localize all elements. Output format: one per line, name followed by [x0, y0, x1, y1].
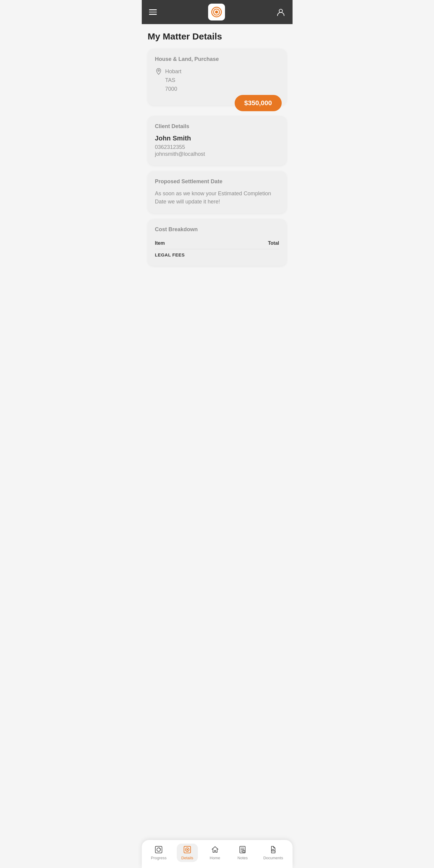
svg-point-9: [187, 849, 188, 850]
client-email: johnsmith@localhost: [155, 151, 279, 157]
bottom-nav: Progress Details Home Notes: [142, 840, 293, 868]
client-details-card: Client Details John Smith 0362312355 joh…: [148, 116, 287, 165]
cost-table: Item Total LEGAL FEES: [155, 238, 279, 258]
main-content: My Matter Details House & Land, Purchase…: [142, 24, 293, 868]
user-profile-button[interactable]: [276, 7, 285, 17]
nav-label-documents: Documents: [263, 856, 283, 860]
price-badge: $350,000: [235, 95, 282, 111]
notes-icon: [238, 845, 247, 854]
page-title: My Matter Details: [148, 31, 287, 41]
client-card-title: Client Details: [155, 123, 279, 130]
cost-breakdown-title: Cost Breakdown: [155, 226, 279, 233]
col-total: Total: [268, 241, 279, 246]
client-phone: 0362312355: [155, 144, 279, 150]
home-icon: [211, 845, 219, 854]
settlement-card: Proposed Settlement Date As soon as we k…: [148, 171, 287, 213]
app-header: [142, 0, 293, 24]
location-icon: [155, 68, 162, 75]
settlement-text: As soon as we know your Estimated Comple…: [155, 190, 279, 206]
client-name: John Smith: [155, 134, 279, 142]
svg-rect-5: [155, 846, 162, 853]
nav-label-notes: Notes: [237, 856, 248, 860]
progress-icon: [154, 845, 163, 854]
property-card-title: House & Land, Purchase: [155, 56, 279, 62]
details-icon: [183, 845, 192, 854]
settlement-card-title: Proposed Settlement Date: [155, 179, 279, 185]
nav-label-details: Details: [181, 856, 193, 860]
cost-table-header: Item Total: [155, 238, 279, 249]
menu-button[interactable]: [149, 9, 157, 15]
nav-item-details[interactable]: Details: [177, 844, 198, 862]
cost-category-legal: LEGAL FEES: [155, 249, 279, 258]
logo-icon: [210, 6, 223, 18]
svg-point-4: [158, 70, 159, 71]
property-address: Hobart TAS 7000: [165, 67, 181, 93]
property-card: House & Land, Purchase Hobart TAS 7000 $…: [148, 49, 287, 105]
col-item: Item: [155, 241, 165, 246]
nav-item-home[interactable]: Home: [204, 844, 226, 862]
property-location: Hobart TAS 7000: [155, 67, 279, 93]
nav-label-home: Home: [210, 856, 220, 860]
nav-item-documents[interactable]: Documents: [260, 844, 287, 862]
nav-label-progress: Progress: [151, 856, 167, 860]
cost-breakdown-card: Cost Breakdown Item Total LEGAL FEES: [148, 219, 287, 266]
nav-item-notes[interactable]: Notes: [232, 844, 253, 862]
app-logo: [208, 4, 225, 21]
svg-rect-14: [242, 850, 245, 852]
svg-point-3: [279, 9, 282, 13]
documents-icon: [269, 845, 278, 854]
nav-item-progress[interactable]: Progress: [147, 844, 170, 862]
svg-point-2: [215, 10, 218, 13]
